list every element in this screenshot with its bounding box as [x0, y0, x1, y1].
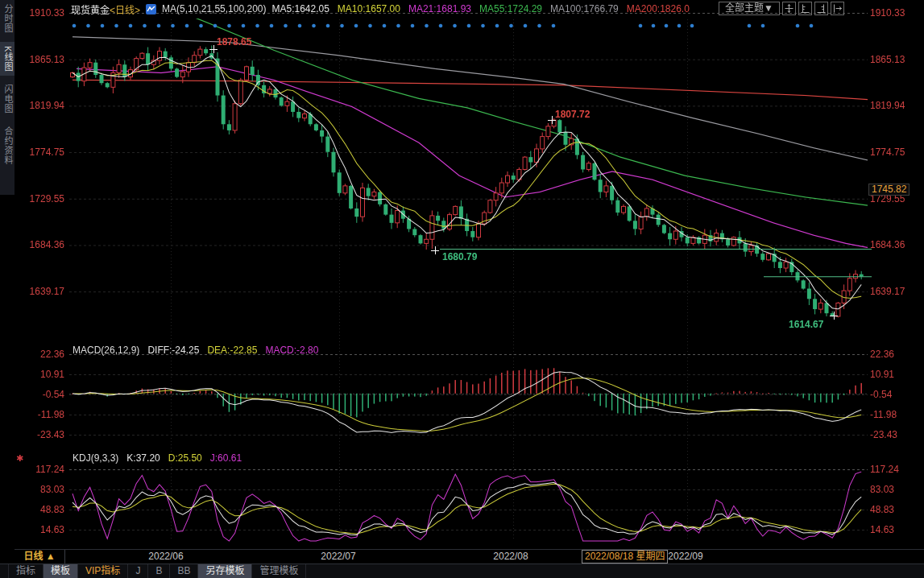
axis-tick-label: 14.63 — [15, 524, 64, 535]
date-label: 2022/08 — [493, 551, 528, 562]
axis-right-icon[interactable] — [814, 2, 828, 15]
themes-dropdown[interactable]: 全部主题▼ — [719, 2, 780, 15]
chart-header: 现货黄金 <日线> MA(5,10,21,55,100,200) MA5:164… — [71, 2, 690, 15]
tab-管理模板[interactable]: 管理模板 — [252, 564, 306, 578]
axis-tick-label: 10.91 — [15, 369, 64, 380]
axis-tick-label: -0.54 — [15, 389, 64, 400]
axis-tick-label: 1774.75 — [15, 147, 64, 158]
date-label: 2022/09 — [668, 551, 702, 562]
price-annotation: 1807.72 — [555, 109, 590, 120]
tab-B[interactable]: B — [148, 564, 170, 578]
axis-tick-label: 1865.13 — [15, 54, 64, 65]
macd-values: DIFF:-24.25DEA:-22.85MACD:-2.80 — [147, 345, 318, 356]
axis-left-icon[interactable] — [798, 2, 812, 15]
axis-tick-label: 1639.17 — [870, 286, 905, 297]
pane-expand-icon[interactable] — [831, 2, 844, 15]
period-selector[interactable]: 日线 ▲ — [15, 550, 65, 564]
kdj-values: K:37.20D:25.50J:60.61 — [126, 452, 242, 464]
kdj-value: D:25.50 — [168, 452, 202, 464]
axis-tick-label: 83.03 — [870, 484, 894, 495]
sidebar-item[interactable]: 合约资料 — [0, 122, 15, 169]
axis-tick-label: 48.83 — [870, 504, 894, 515]
axis-tick-label: 1910.33 — [870, 7, 905, 19]
sidebar-item[interactable]: 闪电图 — [0, 81, 15, 118]
indicator-alert-icon[interactable]: ✱ — [16, 453, 23, 464]
ma-value: MA200:1826.0 — [627, 3, 690, 14]
axis-tick-label: 1819.94 — [15, 100, 64, 111]
kdj-value: K:37.20 — [126, 452, 160, 464]
axis-tick-label: 1819.94 — [870, 100, 905, 111]
crosshair-date-box: 2022/08/18 星期四 — [582, 550, 668, 564]
price-badge: 1745.82 — [868, 184, 909, 196]
header-controls: 全部主题▼ — [719, 2, 844, 15]
trading-app-window: 分时图K线图闪电图合约资料 现货黄金 <日线> MA(5,10,21,55,10… — [0, 0, 924, 578]
axis-tick-label: 117.24 — [870, 464, 899, 475]
kdj-header: KDJ(9,3,3) K:37.20D:25.50J:60.61 — [73, 452, 242, 464]
axis-tick-label: -11.98 — [870, 409, 897, 420]
tab-J[interactable]: J — [128, 564, 148, 578]
axis-tick-label: -11.98 — [15, 409, 64, 420]
ma-value: MA21:1681.93 — [408, 3, 471, 14]
ma-value: MA100:1766.79 — [550, 3, 619, 14]
time-axis: 日线 ▲ 2022/062022/072022/082022/09 2022/0… — [15, 549, 924, 564]
ma-values: MA5:1642.05MA10:1657.00MA21:1681.93MA55:… — [271, 3, 689, 14]
symbol-title: 现货黄金 — [71, 2, 110, 16]
axis-tick-label: 117.24 — [15, 464, 64, 475]
price-annotation: 1680.79 — [442, 251, 477, 262]
tab-VIP指标[interactable]: VIP指标 — [78, 564, 128, 578]
axis-tick-label: -23.43 — [15, 429, 64, 440]
axis-tick-label: -23.43 — [870, 429, 897, 440]
axis-tick-label: 48.83 — [15, 504, 64, 515]
tab-模板[interactable]: 模板 — [44, 564, 78, 578]
kdj-title: KDJ(9,3,3) — [73, 452, 118, 464]
crosshair-move-icon[interactable] — [782, 2, 796, 15]
ma-value: MA5:1642.05 — [271, 3, 329, 14]
ma-params-label: MA(5,10,21,55,100,200) — [162, 3, 266, 14]
macd-value: DEA:-22.85 — [207, 345, 257, 356]
axis-tick-label: 10.91 — [870, 369, 894, 380]
macd-value: MACD:-2.80 — [265, 345, 318, 356]
axis-tick-label: 22.36 — [870, 349, 894, 360]
sidebar-item[interactable]: K线图 — [0, 42, 15, 76]
axis-tick-label: -0.54 — [870, 389, 892, 400]
axis-tick-label: 1684.36 — [15, 239, 64, 250]
sidebar-item[interactable]: 分时图 — [0, 0, 15, 37]
axis-tick-label: 1865.13 — [870, 54, 905, 65]
axis-tick-label: 83.03 — [15, 484, 64, 495]
chart-type-sidebar: 分时图K线图闪电图合约资料 — [0, 0, 15, 195]
date-label: 2022/06 — [148, 551, 183, 562]
tab-指标[interactable]: 指标 — [8, 564, 44, 578]
axis-tick-label: 1729.55 — [15, 193, 64, 204]
macd-title: MACD(26,12,9) — [73, 345, 139, 356]
chart-canvas[interactable] — [0, 0, 924, 578]
ma-value: MA55:1724.29 — [479, 3, 542, 14]
axis-tick-label: 22.36 — [15, 349, 64, 360]
tab-另存模板[interactable]: 另存模板 — [198, 564, 252, 578]
candlestick-mini-icon — [146, 4, 156, 14]
kdj-value: J:60.61 — [210, 452, 242, 464]
axis-tick-label: 1910.33 — [15, 7, 64, 19]
axis-tick-label: 1639.17 — [15, 286, 64, 297]
axis-tick-label: 1774.75 — [870, 147, 905, 158]
axis-tick-label: 14.63 — [870, 524, 894, 535]
macd-value: DIFF:-24.25 — [147, 345, 199, 356]
tab-BB[interactable]: BB — [170, 564, 198, 578]
price-annotation: 1614.67 — [789, 319, 823, 330]
ma-value: MA10:1657.00 — [338, 3, 400, 14]
period-label: <日线> — [110, 2, 140, 16]
date-label: 2022/07 — [321, 551, 355, 562]
macd-header: MACD(26,12,9) DIFF:-24.25DEA:-22.85MACD:… — [73, 345, 318, 356]
price-annotation: 1878.65 — [217, 36, 251, 47]
bottom-tab-bar: 指标模板VIP指标JBBB另存模板管理模板 — [0, 564, 924, 578]
axis-tick-label: 1684.36 — [870, 239, 905, 250]
